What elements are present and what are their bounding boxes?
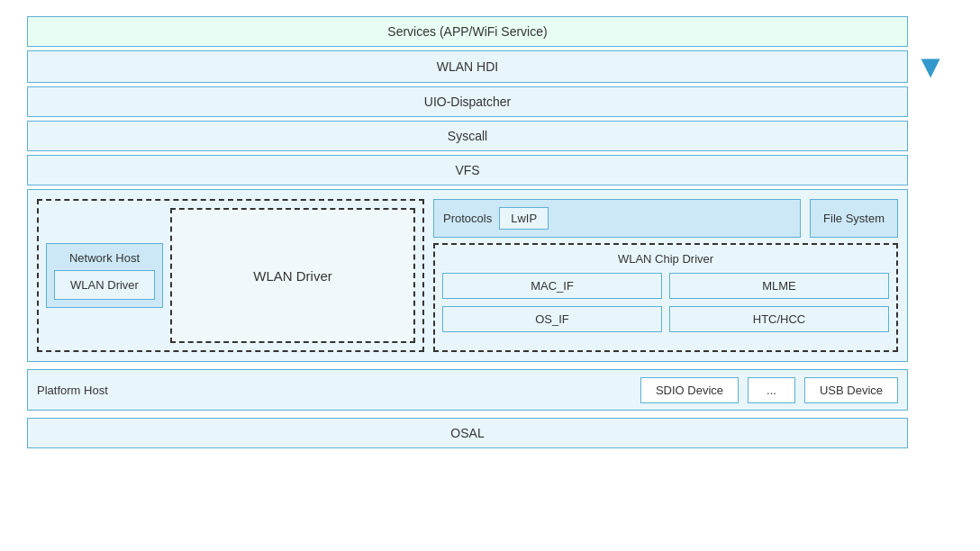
main-content-box: Network Host WLAN Driver WLAN Driver Pro… [27, 189, 908, 362]
main-row: Network Host WLAN Driver WLAN Driver Pro… [27, 189, 953, 366]
wlan-driver-inner-label: WLAN Driver [70, 278, 139, 292]
protocols-label: Protocols [443, 212, 492, 225]
right-top-row: Protocols LwIP File System [433, 199, 898, 238]
uio-row: UIO-Dispatcher [27, 86, 953, 117]
usb-device-box: USB Device [804, 377, 898, 403]
lwip-box: LwIP [499, 207, 549, 230]
osal-box: OSAL [27, 418, 908, 448]
uio-label: UIO-Dispatcher [424, 95, 511, 109]
wlan-hdi-label: WLAN HDI [437, 59, 498, 74]
vfs-box: VFS [27, 155, 908, 185]
arrow-col-5 [908, 155, 953, 185]
diagram-wrapper: Services (APP/WiFi Service) WLAN HDI ▼ U… [0, 0, 980, 461]
platform-box: Platform Host SDIO Device ... USB Device [27, 369, 908, 411]
arrow-col-6 [908, 189, 953, 366]
syscall-label: Syscall [448, 129, 487, 143]
mlme-label: MLME [762, 279, 796, 293]
platform-host-label: Platform Host [37, 384, 108, 397]
mac-if-cell: MAC_IF [442, 273, 662, 299]
arrow-col-4 [908, 121, 953, 151]
services-row: Services (APP/WiFi Service) [27, 16, 953, 47]
wlan-driver-center-box: WLAN Driver [170, 208, 415, 343]
os-if-cell: OS_IF [442, 306, 662, 332]
sdio-device-box: SDIO Device [640, 377, 739, 403]
htc-hcc-cell: HTC/HCC [669, 306, 889, 332]
chip-grid: MAC_IF MLME OS_IF HTC/HCC [442, 273, 889, 332]
left-dashed-group: Network Host WLAN Driver WLAN Driver [37, 199, 424, 352]
dots-label: ... [767, 384, 776, 397]
usb-device-label: USB Device [820, 384, 883, 397]
dots-box: ... [748, 377, 795, 403]
arrow-col-8 [908, 418, 953, 448]
wlan-driver-inner-box: WLAN Driver [54, 270, 155, 300]
uio-box: UIO-Dispatcher [27, 86, 908, 117]
lwip-label: LwIP [511, 212, 537, 225]
vfs-row: VFS [27, 155, 953, 185]
network-host-box: Network Host WLAN Driver [46, 243, 163, 308]
mac-if-label: MAC_IF [531, 279, 574, 293]
wlan-chip-dashed-box: WLAN Chip Driver MAC_IF MLME OS_IF [433, 243, 898, 352]
wlan-chip-driver-label: WLAN Chip Driver [618, 252, 713, 266]
syscall-row: Syscall [27, 121, 953, 151]
protocols-box: Protocols LwIP [433, 199, 801, 238]
htc-hcc-label: HTC/HCC [753, 312, 806, 326]
syscall-box: Syscall [27, 121, 908, 151]
osal-row: OSAL [27, 418, 953, 448]
osal-label: OSAL [450, 426, 484, 440]
filesystem-box: File System [810, 199, 898, 238]
wlan-hdi-row: WLAN HDI ▼ [27, 50, 953, 83]
vfs-label: VFS [455, 163, 479, 177]
wlan-driver-center-label: WLAN Driver [253, 268, 332, 284]
arrow-col [908, 16, 953, 47]
platform-row: Platform Host SDIO Device ... USB Device [27, 369, 953, 414]
wlan-hdi-box: WLAN HDI [27, 50, 908, 83]
wlan-chip-title: WLAN Chip Driver [442, 252, 889, 266]
down-arrow-icon: ▼ [914, 50, 947, 83]
sdio-device-label: SDIO Device [656, 384, 723, 397]
os-if-label: OS_IF [535, 312, 569, 326]
mlme-cell: MLME [669, 273, 889, 299]
arrow-col-3 [908, 86, 953, 117]
filesystem-label: File System [823, 212, 885, 225]
arrow-col-2: ▼ [908, 50, 953, 83]
right-section: Protocols LwIP File System WLAN Chip Dri… [433, 199, 898, 352]
network-host-label: Network Host [69, 251, 140, 265]
services-label: Services (APP/WiFi Service) [387, 24, 547, 39]
services-box: Services (APP/WiFi Service) [27, 16, 908, 47]
arrow-col-7 [908, 369, 953, 414]
